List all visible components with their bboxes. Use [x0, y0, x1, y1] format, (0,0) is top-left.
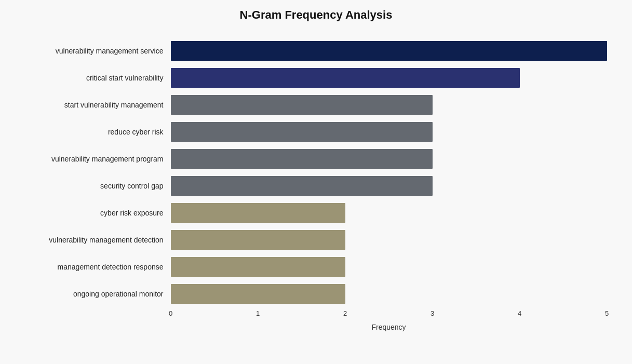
bar-label: critical start vulnerability [25, 74, 171, 82]
bar-label: security control gap [25, 182, 171, 190]
chart-container: vulnerability management servicecritical… [15, 32, 617, 357]
bar-track [171, 284, 607, 304]
x-tick: 1 [256, 309, 260, 317]
bar-fill [171, 176, 433, 196]
bar-fill [171, 95, 433, 115]
x-tick: 2 [343, 309, 347, 317]
bar-track [171, 95, 607, 115]
bar-row: vulnerability management detection [25, 226, 607, 253]
bar-fill [171, 68, 520, 88]
chart-area: vulnerability management servicecritical… [25, 37, 607, 307]
bar-track [171, 122, 607, 142]
bar-row: management detection response [25, 253, 607, 280]
bar-label: vulnerability management detection [25, 236, 171, 244]
x-axis-label: Frequency [171, 323, 607, 331]
chart-title: N-Gram Frequency Analysis [240, 8, 393, 22]
bar-label: reduce cyber risk [25, 128, 171, 136]
bar-label: management detection response [25, 263, 171, 271]
bar-row: reduce cyber risk [25, 118, 607, 145]
bar-row: ongoing operational monitor [25, 280, 607, 307]
bar-row: critical start vulnerability [25, 64, 607, 91]
bar-track [171, 203, 607, 223]
bar-label: ongoing operational monitor [25, 290, 171, 298]
bar-row: vulnerability management service [25, 37, 607, 64]
bar-track [171, 230, 607, 250]
x-ticks: 012345 [171, 309, 607, 320]
x-tick: 0 [169, 309, 172, 317]
x-tick: 4 [518, 309, 521, 317]
x-tick: 5 [605, 309, 609, 317]
bar-fill [171, 203, 345, 223]
bar-track [171, 149, 607, 169]
bar-row: vulnerability management program [25, 145, 607, 172]
bar-row: start vulnerability management [25, 91, 607, 118]
bar-row: security control gap [25, 172, 607, 199]
bar-fill [171, 41, 607, 61]
bar-track [171, 257, 607, 277]
bar-track [171, 176, 607, 196]
bar-fill [171, 230, 345, 250]
bar-fill [171, 149, 433, 169]
bar-label: start vulnerability management [25, 101, 171, 109]
bar-track [171, 68, 607, 88]
bar-fill [171, 284, 345, 304]
bar-fill [171, 122, 433, 142]
bar-fill [171, 257, 345, 277]
bar-label: vulnerability management program [25, 155, 171, 163]
bar-track [171, 41, 607, 61]
x-axis: 012345 Frequency [171, 309, 607, 331]
bar-row: cyber risk exposure [25, 199, 607, 226]
bar-label: cyber risk exposure [25, 209, 171, 217]
bar-label: vulnerability management service [25, 47, 171, 55]
x-tick: 3 [431, 309, 434, 317]
